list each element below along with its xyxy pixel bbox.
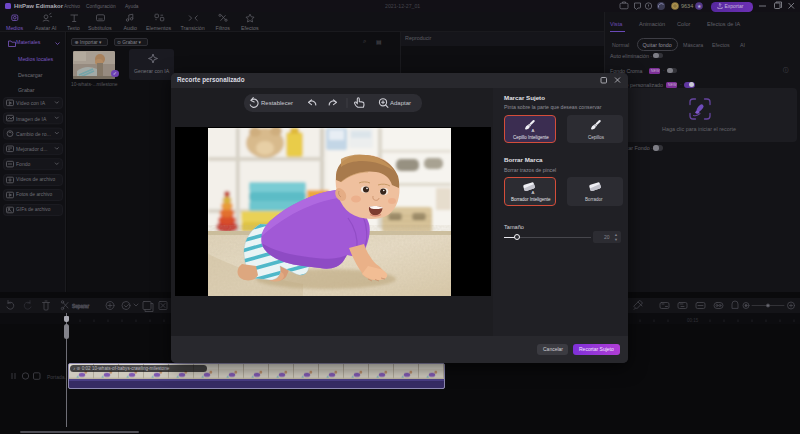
svg-text:Separar: Separar [72,304,89,309]
svg-text:Restablecer: Restablecer [261,100,293,106]
svg-text:9634: 9634 [681,3,693,9]
svg-text:A: A [532,127,535,132]
svg-text:A: A [531,189,534,193]
svg-text:Adaptar: Adaptar [390,100,411,106]
svg-text:00:15: 00:15 [687,317,699,322]
svg-text:★: ★ [697,3,702,9]
svg-text:Portada...: Portada... [47,374,66,380]
